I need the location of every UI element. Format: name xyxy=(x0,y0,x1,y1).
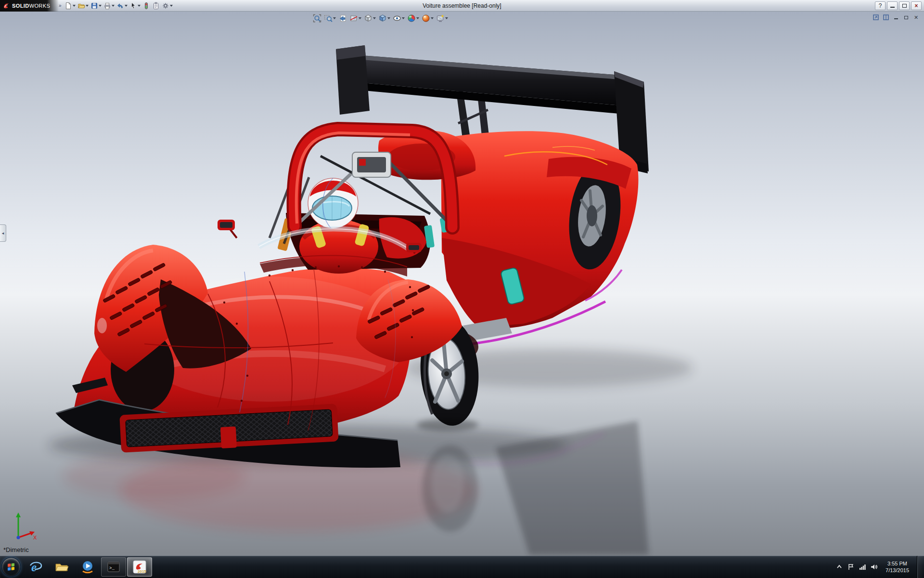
command-prompt-icon: >_ xyxy=(106,560,121,574)
taskbar-explorer-button[interactable] xyxy=(49,557,74,577)
clock-date: 7/13/2015 xyxy=(886,567,909,574)
triad-x-axis: X xyxy=(18,531,37,540)
open-folder-icon xyxy=(77,2,85,10)
network-icon[interactable] xyxy=(858,563,866,571)
document-title: Voiture assemblee [Read-only] xyxy=(423,2,501,9)
3d-model-render[interactable] xyxy=(0,12,924,556)
taskbar-internet-explorer-button[interactable]: e xyxy=(23,557,48,577)
apply-scene-button[interactable] xyxy=(421,13,435,24)
dropdown-caret xyxy=(138,5,141,7)
dropdown-caret xyxy=(170,5,173,7)
windows-taskbar: e >_ xyxy=(0,556,924,578)
show-desktop-button[interactable] xyxy=(917,556,923,578)
zoom-to-area-button[interactable] xyxy=(323,13,337,24)
window-controls: ? × xyxy=(875,1,924,10)
triad-y-axis xyxy=(16,512,21,538)
document-window-controls: ✕ xyxy=(872,13,920,21)
dropdown-caret xyxy=(86,5,89,7)
restore-glyph xyxy=(904,16,908,19)
dropdown-caret xyxy=(387,17,390,19)
dropdown-caret xyxy=(431,17,434,19)
maximize-glyph xyxy=(902,4,907,8)
close-button[interactable]: × xyxy=(911,1,922,10)
view-orientation-button[interactable] xyxy=(363,13,377,24)
fullscreen-toggle-button[interactable] xyxy=(872,13,880,21)
taskbar-command-prompt-button[interactable]: >_ xyxy=(101,557,126,577)
previous-view-icon xyxy=(338,14,347,23)
solidworks-2015-icon: 2015 xyxy=(132,560,147,574)
section-view-button[interactable] xyxy=(348,13,362,24)
triad-z-axis xyxy=(17,536,20,539)
dropdown-caret xyxy=(73,5,76,7)
triad-x-label: X xyxy=(33,535,37,540)
rebuild-stoplight-icon xyxy=(142,2,150,10)
select-button[interactable] xyxy=(128,0,141,11)
hide-show-items-button[interactable] xyxy=(392,13,406,24)
open-button[interactable] xyxy=(77,0,90,11)
start-button[interactable] xyxy=(1,557,21,577)
close-document-button[interactable]: ✕ xyxy=(912,13,920,21)
undo-button[interactable] xyxy=(116,0,128,11)
internet-explorer-icon: e xyxy=(28,560,43,574)
car-model[interactable] xyxy=(56,45,649,468)
previous-view-button[interactable] xyxy=(337,13,348,24)
intake-scoop xyxy=(352,152,391,177)
dropdown-caret xyxy=(112,5,115,7)
zoom-to-fit-button[interactable] xyxy=(312,13,322,24)
rebuild-button[interactable] xyxy=(141,0,151,11)
dropdown-caret xyxy=(99,5,102,7)
pane-layout-icon xyxy=(883,14,889,21)
feature-manager-flyout-tab[interactable]: ◂ xyxy=(0,224,6,242)
svg-text:>_: >_ xyxy=(109,566,115,571)
minimize-document-button[interactable] xyxy=(892,13,900,21)
clock-time: 3:55 PM xyxy=(886,560,909,567)
app-name: SOLIDWORKS xyxy=(12,3,50,9)
select-cursor-icon xyxy=(129,2,137,10)
print-button[interactable] xyxy=(103,0,116,11)
dropdown-caret xyxy=(125,5,128,7)
options-gear-icon xyxy=(162,2,169,10)
maximize-button[interactable] xyxy=(899,1,910,10)
apply-scene-sphere-icon xyxy=(422,14,430,23)
hide-show-eye-icon xyxy=(393,14,401,23)
file-properties-icon xyxy=(152,2,160,10)
minimize-button[interactable] xyxy=(887,1,898,10)
volume-icon[interactable] xyxy=(870,563,878,571)
section-view-icon xyxy=(349,14,358,23)
taskbar-media-player-button[interactable] xyxy=(75,557,100,577)
view-settings-button[interactable] xyxy=(435,13,449,24)
minimize-glyph xyxy=(890,7,895,8)
minimize-glyph xyxy=(894,18,898,19)
fullscreen-icon xyxy=(873,14,879,21)
media-player-icon xyxy=(80,560,95,574)
action-center-flag-icon[interactable] xyxy=(847,563,855,571)
taskbar-solidworks-button[interactable]: 2015 xyxy=(127,557,152,577)
zoom-to-fit-icon xyxy=(313,14,321,23)
view-orientation-label: *Dimetric xyxy=(3,546,29,553)
windows-flag-icon xyxy=(6,562,16,572)
toolbar-overflow-chevron[interactable]: » xyxy=(59,3,62,8)
right-mirror xyxy=(406,243,422,253)
app-logo: SOLIDWORKS xyxy=(0,0,59,12)
save-button[interactable] xyxy=(90,0,103,11)
main-toolbar xyxy=(64,0,174,12)
reference-triad: X xyxy=(6,510,39,543)
edit-appearance-button[interactable] xyxy=(406,13,420,24)
new-document-icon xyxy=(64,2,72,10)
graphics-area[interactable]: ✕ ◂ X *Dimetric xyxy=(0,12,924,556)
file-properties-button[interactable] xyxy=(151,0,161,11)
restore-document-button[interactable] xyxy=(902,13,910,21)
new-button[interactable] xyxy=(64,0,77,11)
dropdown-caret xyxy=(373,17,376,19)
dropdown-caret xyxy=(416,17,419,19)
options-button[interactable] xyxy=(161,0,174,11)
help-button[interactable]: ? xyxy=(875,1,886,10)
dropdown-caret xyxy=(359,17,361,19)
taskbar-clock[interactable]: 3:55 PM 7/13/2015 xyxy=(881,560,913,574)
left-mirror xyxy=(218,220,237,238)
hidden-icons-chevron[interactable] xyxy=(835,563,843,571)
dropdown-caret xyxy=(333,17,336,19)
display-style-button[interactable] xyxy=(377,13,391,24)
helmet xyxy=(308,178,358,229)
pane-layout-button[interactable] xyxy=(882,13,890,21)
